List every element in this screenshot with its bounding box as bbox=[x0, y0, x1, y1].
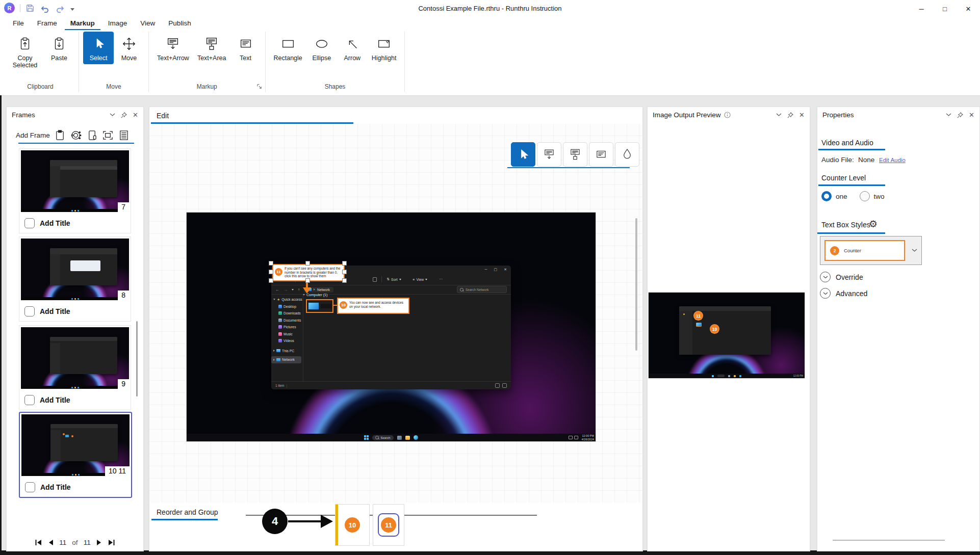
frame-card-10-11-selected[interactable]: 10 11 Add Title bbox=[19, 412, 132, 498]
close-icon[interactable]: ✕ bbox=[969, 112, 974, 118]
device-frame-icon[interactable] bbox=[87, 129, 97, 141]
thumb-window bbox=[50, 248, 117, 285]
menu-image[interactable]: Image bbox=[102, 17, 133, 30]
advanced-expander[interactable]: Advanced bbox=[820, 288, 867, 299]
pin-icon[interactable] bbox=[957, 112, 963, 118]
pin-icon[interactable] bbox=[121, 112, 127, 118]
menu-bar: File Frame Markup Image View Publish bbox=[7, 17, 197, 30]
paste-frame-icon[interactable] bbox=[55, 129, 65, 141]
list-frame-icon[interactable] bbox=[119, 129, 129, 141]
file-explorer-icon bbox=[405, 436, 410, 440]
callout-11-badge: 11 bbox=[275, 268, 282, 276]
select-tool-button[interactable]: Select bbox=[83, 32, 114, 64]
ellipse-button[interactable]: Ellipse bbox=[306, 32, 337, 64]
text-arrow-button[interactable]: Text+Arrow bbox=[153, 32, 193, 64]
canvas-blur-tool[interactable] bbox=[615, 142, 639, 167]
text-button[interactable]: Text bbox=[230, 32, 261, 64]
close-icon[interactable]: ✕ bbox=[799, 112, 805, 118]
group-tile-11-selected[interactable]: 11 bbox=[373, 504, 404, 546]
canvas-select-tool[interactable] bbox=[511, 142, 535, 167]
move-tool-button[interactable]: Move bbox=[114, 32, 144, 64]
previous-frame-icon[interactable] bbox=[48, 539, 54, 546]
frame-thumbnail[interactable]: 9 bbox=[21, 327, 129, 389]
edit-canvas-area[interactable]: Network ─▢✕ ＋ New ⇅ Sort ≡ View bbox=[150, 124, 642, 503]
paste-button[interactable]: Paste bbox=[44, 32, 74, 64]
textbox-area-icon bbox=[204, 36, 219, 51]
arrow-shape-button[interactable]: Arrow bbox=[337, 32, 368, 64]
override-expander[interactable]: Override bbox=[820, 272, 863, 282]
edited-screenshot[interactable]: Network ─▢✕ ＋ New ⇅ Sort ≡ View bbox=[187, 213, 596, 441]
frame-card-8[interactable]: 8 Add Title bbox=[19, 236, 131, 322]
selection-handle[interactable] bbox=[269, 270, 273, 274]
highlight-button[interactable]: Highlight bbox=[368, 32, 401, 64]
selection-handle[interactable] bbox=[269, 261, 273, 266]
explorer-more-button: ⋯ bbox=[439, 277, 443, 281]
preview-taskbar: 12:00 PM bbox=[649, 374, 805, 378]
close-icon[interactable]: ✕ bbox=[133, 112, 138, 118]
first-frame-icon[interactable] bbox=[35, 539, 42, 546]
thumb-badge-dot bbox=[71, 435, 73, 437]
menu-markup[interactable]: Markup bbox=[65, 17, 100, 30]
selection-handle[interactable] bbox=[342, 261, 347, 266]
add-title-label: Add Title bbox=[40, 396, 70, 404]
pin-icon[interactable] bbox=[787, 112, 793, 118]
menu-view[interactable]: View bbox=[135, 17, 161, 30]
selection-handle[interactable] bbox=[305, 278, 310, 283]
close-button[interactable]: ✕ bbox=[957, 0, 980, 17]
info-icon[interactable] bbox=[724, 112, 731, 118]
group-tile-10[interactable]: 10 bbox=[335, 504, 370, 546]
add-title-checkbox[interactable] bbox=[24, 218, 35, 228]
copy-selected-button[interactable]: Copy Selected bbox=[6, 32, 44, 72]
frames-panel: Frames ✕ Add Frame bbox=[6, 107, 144, 551]
style-preview: 2 Counter bbox=[824, 240, 905, 261]
frame-thumbnail[interactable]: 10 11 bbox=[21, 414, 130, 476]
selection-handle[interactable] bbox=[305, 261, 310, 266]
radio-two[interactable] bbox=[860, 191, 870, 201]
sidebar-desktop: Desktop bbox=[271, 303, 303, 310]
chevron-down-icon[interactable] bbox=[110, 113, 115, 117]
chevron-down-icon[interactable] bbox=[946, 113, 951, 117]
window-chrome: R bbox=[0, 0, 980, 96]
frame-thumbnail[interactable]: 8 bbox=[21, 239, 129, 300]
edit-audio-link[interactable]: Edit Audio bbox=[879, 157, 906, 163]
gear-icon[interactable]: ⚙ bbox=[869, 218, 878, 230]
text-area-button[interactable]: Text+Area bbox=[193, 32, 230, 64]
canvas-text-arrow-tool[interactable] bbox=[537, 142, 561, 167]
frames-scrollbar-thumb[interactable] bbox=[136, 321, 138, 397]
menu-publish[interactable]: Publish bbox=[163, 17, 196, 30]
add-title-checkbox[interactable] bbox=[24, 306, 35, 316]
clipboard-copy-icon bbox=[17, 36, 33, 51]
rectangle-button[interactable]: Rectangle bbox=[270, 32, 306, 64]
add-title-checkbox[interactable] bbox=[24, 395, 35, 405]
frame-thumbnail[interactable]: 7 bbox=[21, 150, 129, 212]
callout-10[interactable]: 10 You can now see and access devices on… bbox=[337, 298, 409, 314]
region-frame-icon[interactable] bbox=[102, 129, 114, 141]
computer-item-highlight-rect[interactable] bbox=[306, 299, 333, 313]
capture-frame-icon[interactable] bbox=[70, 129, 83, 141]
ellipse-icon bbox=[314, 36, 329, 51]
edit-tab[interactable]: Edit bbox=[157, 112, 169, 120]
callout-11-text: If you can't see any computers and the n… bbox=[273, 265, 344, 280]
canvas-text-tool[interactable] bbox=[589, 142, 613, 167]
last-frame-icon[interactable] bbox=[108, 539, 115, 546]
minimize-button[interactable]: ─ bbox=[910, 0, 933, 17]
edit-scrollbar-thumb[interactable] bbox=[635, 218, 637, 351]
selection-handle[interactable] bbox=[342, 278, 347, 283]
menu-frame[interactable]: Frame bbox=[32, 17, 63, 30]
next-frame-icon[interactable] bbox=[96, 539, 102, 546]
markup-dialog-launcher-icon[interactable] bbox=[256, 84, 262, 89]
preview-sidebar-dot bbox=[683, 313, 685, 315]
style-dropdown[interactable]: 2 Counter bbox=[820, 236, 922, 265]
maximize-button[interactable]: □ bbox=[933, 0, 957, 17]
chevron-down-icon[interactable] bbox=[776, 113, 782, 117]
frame-card-7[interactable]: 7 Add Title bbox=[19, 148, 131, 233]
selection-handle[interactable] bbox=[269, 278, 273, 283]
title-bar: R bbox=[0, 0, 980, 17]
canvas-text-area-tool[interactable] bbox=[563, 142, 587, 167]
menu-file[interactable]: File bbox=[7, 17, 30, 30]
radio-one[interactable] bbox=[821, 191, 832, 201]
frame-card-9[interactable]: 9 Add Title bbox=[19, 325, 131, 410]
selection-handle[interactable] bbox=[342, 270, 347, 274]
radio-one-label: one bbox=[836, 193, 847, 200]
add-title-checkbox[interactable] bbox=[25, 482, 35, 492]
